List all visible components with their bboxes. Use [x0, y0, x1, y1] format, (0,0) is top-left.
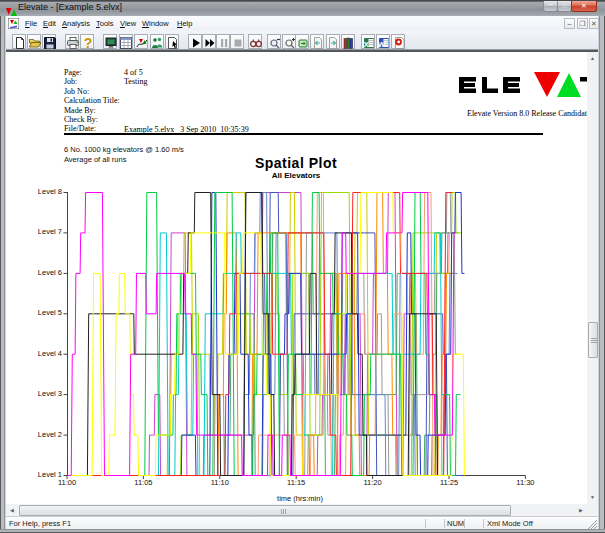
- svg-text:W: W: [378, 39, 386, 48]
- svg-text:X: X: [363, 39, 369, 48]
- svg-text:?: ?: [83, 37, 92, 49]
